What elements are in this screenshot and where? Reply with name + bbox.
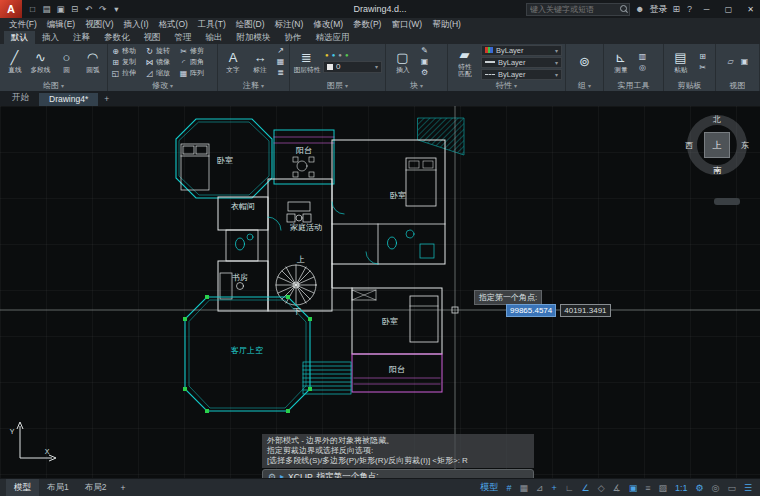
- help-icon[interactable]: ?: [685, 4, 694, 14]
- object-snap-tracking-icon[interactable]: ∡: [609, 483, 625, 493]
- grid-display-icon[interactable]: #: [502, 483, 515, 493]
- ribbon-tab-home[interactable]: 默认: [4, 31, 35, 44]
- leader-icon[interactable]: ↗: [275, 46, 286, 56]
- plot-icon[interactable]: ⊟: [68, 4, 81, 14]
- ribbon-tab-view[interactable]: 视图: [137, 31, 168, 44]
- redo-icon[interactable]: ↷: [96, 4, 109, 14]
- block-editor-icon[interactable]: ▣: [419, 57, 430, 67]
- ribbon-tab-parametric[interactable]: 参数化: [97, 31, 137, 44]
- copy-tool[interactable]: ⊞复制: [111, 57, 145, 67]
- menu-file[interactable]: 文件(F): [4, 19, 42, 31]
- text-tool[interactable]: A文字: [221, 51, 245, 73]
- scale-tool[interactable]: ◿缩放: [145, 68, 179, 78]
- panel-label-view[interactable]: 视图: [716, 80, 759, 91]
- infer-constraints-icon[interactable]: ⊿: [532, 483, 548, 493]
- panel-label-clipboard[interactable]: 剪贴板: [664, 80, 715, 91]
- stretch-tool[interactable]: ◱拉伸: [111, 68, 145, 78]
- ribbon-tab-manage[interactable]: 管理: [168, 31, 199, 44]
- line-tool[interactable]: ╱直线: [3, 51, 26, 73]
- menu-parametric[interactable]: 参数(P): [348, 19, 386, 31]
- command-customize-icon[interactable]: ⚙: [268, 472, 276, 479]
- layer-freeze-icon[interactable]: ●: [332, 52, 336, 59]
- clean-screen-icon[interactable]: ▭: [723, 483, 740, 493]
- insert-block-tool[interactable]: ▢插入: [389, 51, 416, 73]
- viewcube-top-face[interactable]: 上: [704, 132, 730, 158]
- ribbon-tab-addins[interactable]: 附加模块: [230, 31, 278, 44]
- quick-access-dropdown-icon[interactable]: ▾: [110, 4, 123, 14]
- group-tool[interactable]: ⊚: [571, 55, 598, 70]
- lineweight-dropdown[interactable]: ByLayer▾: [481, 57, 562, 68]
- app-store-icon[interactable]: ⊞: [670, 4, 682, 14]
- ucs-display-toggle-icon[interactable]: ▱: [725, 57, 736, 67]
- ribbon-tab-collaborate[interactable]: 协作: [278, 31, 309, 44]
- viewcube[interactable]: 北 西 东 南 上: [684, 112, 750, 178]
- lineweight-display-icon[interactable]: ≡: [641, 483, 654, 493]
- minimize-button[interactable]: ─: [697, 0, 716, 18]
- panel-label-properties[interactable]: 特性▾: [448, 80, 565, 91]
- panel-label-block[interactable]: 块▾: [386, 80, 447, 91]
- drawing-canvas[interactable]: 卧室 阳台 衣帽间 家庭活动 卧室 书房 上 下 客厅上空 卧室 阳台 Y X: [0, 106, 760, 478]
- ribbon-tab-featured-apps[interactable]: 精选应用: [309, 31, 357, 44]
- dynamic-input-y-field[interactable]: 40191.3491: [560, 304, 610, 317]
- layer-lock-icon[interactable]: ●: [338, 52, 342, 59]
- layer-properties-tool[interactable]: ≣图层特性: [293, 51, 320, 73]
- maximize-button[interactable]: ▢: [719, 0, 738, 18]
- match-properties-tool[interactable]: ▰特性匹配: [451, 48, 478, 77]
- object-snap-icon[interactable]: ▣: [625, 483, 642, 493]
- file-tab-drawing4[interactable]: Drawing4*: [39, 93, 98, 106]
- new-file-icon[interactable]: □: [26, 4, 39, 14]
- rotate-tool[interactable]: ↻旋转: [145, 46, 179, 56]
- layer-dropdown[interactable]: 0 ▾: [323, 61, 382, 73]
- customize-icon[interactable]: ☰: [740, 483, 756, 493]
- menu-window[interactable]: 窗口(W): [386, 19, 427, 31]
- dynamic-input-x-field[interactable]: 99865.4574: [506, 304, 556, 317]
- trim-tool[interactable]: ✂修剪: [179, 46, 213, 56]
- command-line-window[interactable]: 外部模式 - 边界外的对象将被隐藏。 指定剪裁边界或选择反向选项: [选择多段线…: [262, 434, 534, 478]
- transparency-icon[interactable]: ▨: [654, 483, 671, 493]
- dimension-tool[interactable]: ↔标注: [248, 51, 272, 73]
- navigation-bar-handle[interactable]: [714, 198, 740, 205]
- paste-tool[interactable]: ▤粘贴: [667, 51, 694, 73]
- search-icon[interactable]: [618, 4, 629, 15]
- search-input[interactable]: [527, 5, 618, 14]
- new-drawing-tab-button[interactable]: +: [98, 93, 115, 106]
- viewcube-north[interactable]: 北: [713, 114, 721, 125]
- open-file-icon[interactable]: ▤: [40, 4, 53, 14]
- ribbon-tab-insert[interactable]: 插入: [35, 31, 66, 44]
- save-icon[interactable]: ▣: [54, 4, 67, 14]
- ribbon-tab-output[interactable]: 输出: [199, 31, 230, 44]
- panel-label-groups[interactable]: 组▾: [566, 80, 603, 91]
- circle-tool[interactable]: ○圆: [55, 51, 78, 73]
- viewcube-toggle-icon[interactable]: ▣: [739, 57, 750, 67]
- panel-label-draw[interactable]: 绘图▾: [0, 80, 107, 91]
- menu-edit[interactable]: 编辑(E): [42, 19, 80, 31]
- markup-icon[interactable]: ≣: [275, 68, 286, 78]
- floor-plan[interactable]: 卧室 阳台 衣帽间 家庭活动 卧室 书房 上 下 客厅上空 卧室 阳台 Y X: [0, 106, 760, 478]
- menu-draw[interactable]: 绘图(D): [231, 19, 270, 31]
- copy-clip-icon[interactable]: ⊞: [697, 52, 708, 62]
- panel-label-annotate[interactable]: 注释▾: [218, 80, 289, 91]
- app-menu-button[interactable]: A: [0, 0, 22, 18]
- menu-view[interactable]: 视图(V): [80, 19, 118, 31]
- layout-tab-layout1[interactable]: 布局1: [39, 479, 77, 496]
- polar-tracking-icon[interactable]: ∠: [578, 483, 594, 493]
- workspace-switching-icon[interactable]: ⚙: [691, 483, 707, 493]
- close-button[interactable]: ✕: [741, 0, 760, 18]
- quick-select-icon[interactable]: ▥: [637, 52, 648, 62]
- attributes-icon[interactable]: ⚙: [419, 68, 430, 78]
- annotation-monitor-icon[interactable]: ◎: [708, 483, 724, 493]
- menu-format[interactable]: 格式(O): [154, 19, 193, 31]
- fillet-tool[interactable]: ◜圆角: [179, 57, 213, 67]
- menu-insert[interactable]: 插入(I): [119, 19, 154, 31]
- viewcube-south[interactable]: 南: [713, 165, 721, 176]
- command-input-row[interactable]: ⚙ ▸ XCLIP 指定第一个角点:: [262, 469, 534, 478]
- menu-tools[interactable]: 工具(T): [193, 19, 231, 31]
- menu-help[interactable]: 帮助(H): [427, 19, 466, 31]
- move-tool[interactable]: ⊕移动: [111, 46, 145, 56]
- ortho-mode-icon[interactable]: ∟: [561, 483, 578, 493]
- arc-tool[interactable]: ◠圆弧: [81, 51, 104, 73]
- viewcube-east[interactable]: 东: [741, 140, 749, 151]
- dynamic-input-icon[interactable]: +: [548, 483, 561, 493]
- panel-label-layers[interactable]: 图层▾: [290, 80, 385, 91]
- isometric-drafting-icon[interactable]: ◇: [594, 483, 609, 493]
